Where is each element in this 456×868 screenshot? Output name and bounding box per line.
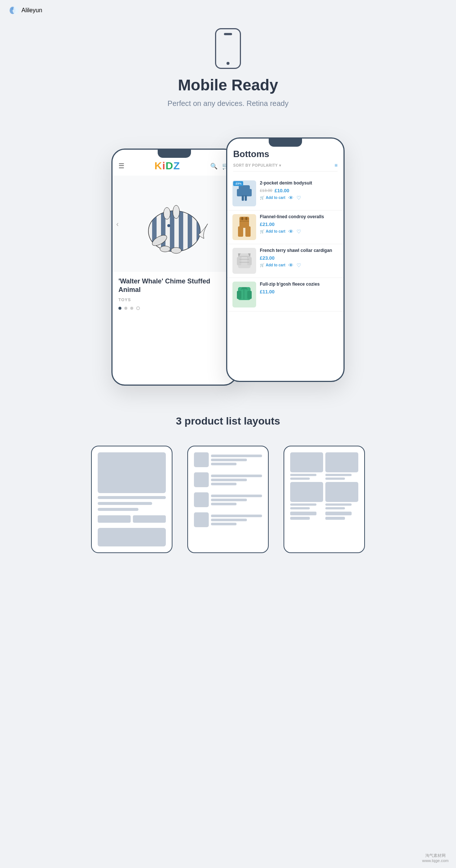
- product-item-2: Flannel-lined condroy overalls £21.00 🛒 …: [227, 210, 343, 244]
- layouts-section: 3 product list layouts: [0, 408, 456, 575]
- svg-rect-24: [245, 226, 251, 237]
- layout2-thumb-4: [194, 512, 209, 527]
- hero-title: Mobile Ready: [178, 76, 278, 94]
- svg-point-13: [173, 205, 180, 219]
- layout3-cell-1: [290, 452, 323, 480]
- svg-point-2: [11, 8, 14, 10]
- eye-icon-3[interactable]: 👁: [288, 262, 294, 268]
- svg-rect-9: [188, 211, 192, 252]
- layout2-lines-2: [211, 475, 262, 485]
- sort-row: SORT BY POPULARITY ▾ ≡: [233, 159, 338, 172]
- heart-icon-3[interactable]: ♡: [296, 262, 301, 268]
- layout3-cell-5: [290, 512, 323, 520]
- dot-1[interactable]: [118, 307, 121, 310]
- layout1-buttons: [98, 515, 166, 523]
- price-old-1: £13.00: [260, 188, 272, 193]
- layout1-small-image: [98, 528, 166, 546]
- svg-rect-28: [245, 217, 247, 220]
- product-details-1: 2-pocket denim bodysuit £13.00 £10.00 🛒 …: [260, 180, 338, 201]
- kidz-logo: KiDZ: [154, 160, 180, 172]
- list-view-icon[interactable]: ≡: [335, 162, 338, 168]
- layout2-row-2: [194, 472, 262, 487]
- add-to-cart-btn-3[interactable]: 🛒 Add to cart: [260, 263, 285, 267]
- product-details-2: Flannel-lined condroy overalls £21.00 🛒 …: [260, 214, 338, 235]
- product-item-1: -23% 2-pocket denim bodysuit £13.00 £10.…: [227, 177, 343, 210]
- add-to-cart-btn-1[interactable]: 🛒 Add to cart: [260, 196, 285, 200]
- phones-demo: ☰ KiDZ 🔍 🛒 1 ‹: [0, 123, 456, 408]
- layouts-grid: [91, 446, 365, 553]
- bodysuit-image: [235, 183, 254, 204]
- fleece-image: [235, 285, 254, 304]
- sort-label[interactable]: SORT BY POPULARITY ▾: [233, 163, 281, 167]
- watermark: 淘气素材网 www.tqge.com: [418, 849, 452, 867]
- layout1-line-1: [98, 496, 166, 499]
- whale-image: [137, 190, 211, 257]
- price-row-2: £21.00: [260, 222, 338, 227]
- heart-icon-1[interactable]: ♡: [296, 195, 301, 201]
- logo-bar: Alileyun: [0, 0, 456, 21]
- price-new-2: £21.00: [260, 222, 275, 227]
- svg-point-12: [164, 207, 170, 219]
- price-new-1: £10.00: [275, 188, 289, 193]
- svg-point-15: [160, 246, 170, 252]
- dot-3[interactable]: [130, 307, 133, 310]
- price-new-4: £11.00: [260, 289, 275, 295]
- dot-2[interactable]: [124, 307, 127, 310]
- layout3-cell-6: [325, 512, 358, 520]
- product-item-3: French terry shawl collar cardigan £23.0…: [227, 244, 343, 278]
- eye-icon-1[interactable]: 👁: [288, 195, 294, 201]
- svg-rect-19: [246, 189, 252, 196]
- product-details-4: Full-zip b'gosh fleece cozies £11.00: [260, 282, 338, 296]
- layout1-btn-1: [98, 515, 131, 523]
- overalls-image: [235, 216, 254, 238]
- layout1-line-2: [98, 502, 152, 505]
- phone1-notch: [158, 150, 191, 158]
- svg-rect-7: [170, 211, 174, 252]
- bottoms-title: Bottoms: [233, 149, 338, 159]
- layout2-row-3: [194, 492, 262, 507]
- cardigan-image: [235, 250, 254, 272]
- hamburger-icon[interactable]: ☰: [118, 162, 124, 170]
- layout-card-2: [187, 446, 269, 553]
- eye-icon-2[interactable]: 👁: [288, 229, 294, 235]
- svg-rect-18: [237, 189, 242, 196]
- layout2-row-4: [194, 512, 262, 527]
- product-thumb-2: [232, 214, 256, 240]
- logo-text: Alileyun: [21, 7, 42, 14]
- layout1-btn-2: [133, 515, 166, 523]
- heart-icon-2[interactable]: ♡: [296, 229, 301, 235]
- action-row-2: 🛒 Add to cart 👁 ♡: [260, 229, 338, 235]
- phone-mock-1: ☰ KiDZ 🔍 🛒 1 ‹: [111, 149, 237, 386]
- prev-arrow-icon[interactable]: ‹: [116, 220, 119, 228]
- price-row-4: £11.00: [260, 289, 338, 295]
- layout3-cell-2: [325, 452, 358, 480]
- phone2-notch: [269, 139, 302, 147]
- svg-rect-8: [179, 211, 183, 252]
- add-to-cart-btn-2[interactable]: 🛒 Add to cart: [260, 229, 285, 233]
- product-title: 'Walter Whale' Chime Stuffed Animal: [118, 277, 230, 295]
- price-row-1: £13.00 £10.00: [260, 188, 338, 193]
- layout2-row-1: [194, 452, 262, 467]
- layout2-thumb-3: [194, 492, 209, 507]
- dot-4[interactable]: [136, 306, 140, 310]
- layout2-lines-1: [211, 455, 262, 465]
- svg-point-16: [171, 247, 181, 253]
- layout2-lines-4: [211, 515, 262, 525]
- layout2-thumb-2: [194, 472, 209, 487]
- product-thumb-1: -23%: [232, 180, 256, 206]
- hero-section: Mobile Ready Perfect on any devices. Ret…: [0, 21, 456, 123]
- layout3-grid: [290, 452, 358, 520]
- svg-rect-38: [237, 291, 241, 299]
- hero-subtitle: Perfect on any devices. Retina ready: [168, 99, 289, 108]
- product-details-3: French terry shawl collar cardigan £23.0…: [260, 248, 338, 268]
- product-name-1: 2-pocket denim bodysuit: [260, 180, 338, 186]
- svg-point-1: [13, 7, 19, 14]
- layout-card-3: [284, 446, 365, 553]
- search-icon[interactable]: 🔍: [210, 163, 218, 170]
- phone1-product-info: 'Walter Whale' Chime Stuffed Animal TOYS: [113, 272, 236, 314]
- svg-rect-22: [239, 217, 249, 228]
- action-row-1: 🛒 Add to cart 👁 ♡: [260, 195, 338, 201]
- carousel-dots: [118, 306, 230, 310]
- brand-icon: [9, 5, 19, 16]
- layout-card-1: [91, 446, 172, 553]
